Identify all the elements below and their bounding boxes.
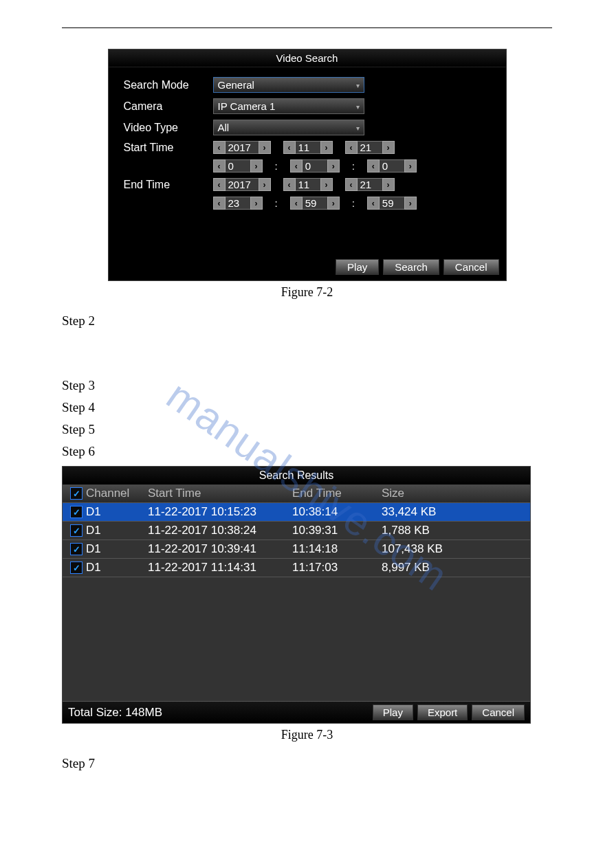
table-row[interactable]: ✓D111-22-2017 10:38:2410:39:311,788 KB — [63, 522, 530, 540]
grid-empty-area — [63, 577, 530, 702]
spin-start-year[interactable]: ‹ 2017 › — [213, 141, 271, 154]
step-7: Step 7 — [62, 756, 552, 771]
cell-channel: D1 — [86, 524, 148, 537]
table-row[interactable]: ✓D111-22-2017 11:14:3111:17:038,997 KB — [63, 559, 530, 577]
search-button[interactable]: Search — [383, 259, 439, 275]
spin-end-day[interactable]: ‹ 21 › — [345, 178, 395, 191]
chevron-left-icon[interactable]: ‹ — [290, 197, 303, 210]
colon-separator: : — [275, 160, 278, 172]
row-video-type: Video Type All ▾ — [124, 120, 491, 135]
chevron-down-icon: ▾ — [356, 81, 360, 89]
chevron-left-icon[interactable]: ‹ — [213, 197, 226, 210]
spin-end-year[interactable]: ‹ 2017 › — [213, 178, 271, 191]
play-button[interactable]: Play — [373, 704, 413, 720]
chevron-left-icon[interactable]: ‹ — [213, 141, 226, 154]
chevron-left-icon[interactable]: ‹ — [367, 159, 380, 173]
chevron-right-icon[interactable]: › — [404, 159, 417, 173]
start-day-value: 21 — [358, 141, 382, 154]
cell-end-time: 11:17:03 — [292, 561, 382, 575]
colon-separator: : — [352, 160, 355, 172]
chevron-left-icon[interactable]: ‹ — [345, 141, 358, 154]
select-camera[interactable]: IP Camera 1 ▾ — [213, 98, 364, 114]
step-4: Step 4 — [62, 400, 552, 415]
chevron-left-icon[interactable]: ‹ — [213, 178, 226, 191]
start-hour-value: 0 — [226, 159, 250, 173]
checkbox-row[interactable]: ✓ — [70, 524, 83, 537]
chevron-left-icon[interactable]: ‹ — [213, 159, 226, 173]
spin-start-min[interactable]: ‹ 0 › — [290, 159, 340, 173]
label-end-time: End Time — [124, 179, 213, 191]
select-search-mode-value: General — [218, 79, 254, 91]
col-size: Size — [382, 487, 514, 500]
cell-end-time: 10:38:14 — [292, 505, 382, 519]
chevron-left-icon[interactable]: ‹ — [290, 159, 303, 173]
cell-channel: D1 — [86, 505, 148, 519]
label-camera: Camera — [124, 100, 213, 113]
spin-end-month[interactable]: ‹ 11 › — [283, 178, 333, 191]
col-start-time: Start Time — [148, 487, 292, 500]
cell-size: 107,438 KB — [382, 542, 514, 556]
export-button[interactable]: Export — [417, 704, 468, 720]
cell-channel: D1 — [86, 542, 148, 556]
start-min-value: 0 — [303, 159, 327, 173]
step-2: Step 2 — [62, 313, 552, 329]
chevron-right-icon[interactable]: › — [259, 178, 271, 191]
horizontal-rule — [62, 27, 552, 28]
spin-start-day[interactable]: ‹ 21 › — [345, 141, 395, 154]
cell-size: 1,788 KB — [382, 524, 514, 537]
chevron-right-icon[interactable]: › — [404, 197, 417, 210]
row-start-time-hms: ‹ 0 › : ‹ 0 › : ‹ 0 › — [124, 159, 491, 173]
chevron-right-icon[interactable]: › — [327, 159, 340, 173]
chevron-right-icon[interactable]: › — [320, 178, 333, 191]
row-end-time-hms: ‹ 23 › : ‹ 59 › : ‹ 59 › — [124, 197, 491, 210]
cell-start-time: 11-22-2017 10:39:41 — [148, 542, 292, 556]
checkbox-row[interactable]: ✓ — [70, 506, 83, 518]
video-search-panel: Video Search Search Mode General ▾ Camer… — [108, 49, 507, 281]
spin-start-hour[interactable]: ‹ 0 › — [213, 159, 263, 173]
total-size-label: Total Size: 148MB — [68, 706, 369, 720]
chevron-right-icon[interactable]: › — [327, 197, 340, 210]
checkbox-row[interactable]: ✓ — [70, 543, 83, 555]
select-video-type[interactable]: All ▾ — [213, 120, 364, 135]
spin-start-month[interactable]: ‹ 11 › — [283, 141, 333, 154]
chevron-left-icon[interactable]: ‹ — [345, 178, 358, 191]
select-camera-value: IP Camera 1 — [218, 100, 276, 112]
row-end-time: End Time ‹ 2017 › ‹ 11 › ‹ 21 — [124, 178, 491, 191]
end-min-value: 59 — [303, 197, 327, 210]
cancel-button[interactable]: Cancel — [472, 704, 525, 720]
results-grid: ✓ Channel Start Time End Time Size ✓D111… — [63, 485, 530, 702]
colon-separator: : — [275, 197, 278, 209]
select-search-mode[interactable]: General ▾ — [213, 77, 364, 93]
cell-start-time: 11-22-2017 10:38:24 — [148, 524, 292, 537]
start-sec-value: 0 — [380, 159, 404, 173]
video-search-title: Video Search — [109, 49, 506, 67]
table-row[interactable]: ✓D111-22-2017 10:15:2310:38:1433,424 KB — [63, 503, 530, 522]
spin-end-sec[interactable]: ‹ 59 › — [367, 197, 417, 210]
checkbox-row[interactable]: ✓ — [70, 561, 83, 574]
spin-end-min[interactable]: ‹ 59 › — [290, 197, 340, 210]
end-year-value: 2017 — [226, 178, 259, 191]
chevron-right-icon[interactable]: › — [250, 159, 263, 173]
spin-start-sec[interactable]: ‹ 0 › — [367, 159, 417, 173]
chevron-left-icon[interactable]: ‹ — [283, 141, 296, 154]
chevron-left-icon[interactable]: ‹ — [283, 178, 296, 191]
chevron-right-icon[interactable]: › — [382, 178, 395, 191]
step-5: Step 5 — [62, 422, 552, 437]
chevron-right-icon[interactable]: › — [259, 141, 271, 154]
checkbox-all[interactable]: ✓ — [70, 487, 83, 500]
cancel-button[interactable]: Cancel — [443, 259, 499, 275]
search-results-panel: Search Results ✓ Channel Start Time End … — [62, 466, 531, 724]
chevron-right-icon[interactable]: › — [320, 141, 333, 154]
cell-size: 8,997 KB — [382, 561, 514, 575]
col-end-time: End Time — [292, 487, 382, 500]
cell-size: 33,424 KB — [382, 505, 514, 519]
cell-end-time: 10:39:31 — [292, 524, 382, 537]
chevron-right-icon[interactable]: › — [250, 197, 263, 210]
step-6: Step 6 — [62, 444, 552, 459]
chevron-right-icon[interactable]: › — [382, 141, 395, 154]
play-button[interactable]: Play — [336, 259, 379, 275]
colon-separator: : — [352, 197, 355, 209]
chevron-left-icon[interactable]: ‹ — [367, 197, 380, 210]
spin-end-hour[interactable]: ‹ 23 › — [213, 197, 263, 210]
table-row[interactable]: ✓D111-22-2017 10:39:4111:14:18107,438 KB — [63, 540, 530, 559]
